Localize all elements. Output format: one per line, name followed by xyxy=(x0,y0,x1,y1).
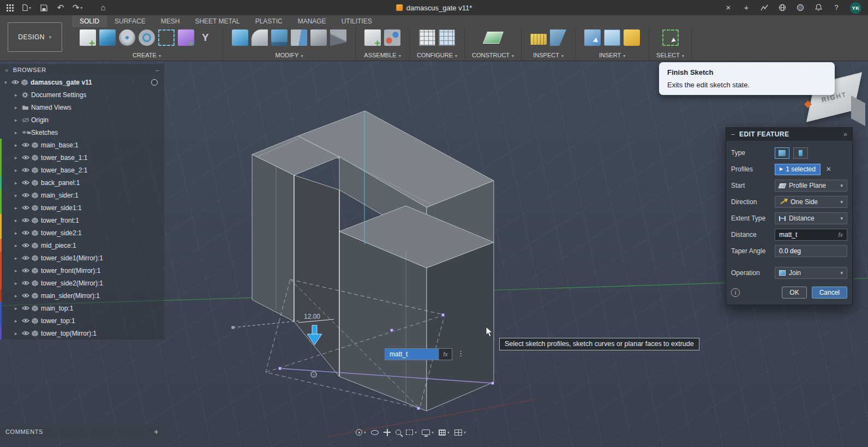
chevron-down-icon[interactable]: ▾ xyxy=(447,430,450,435)
visibility-eye-icon[interactable] xyxy=(22,142,32,147)
activate-component-radio[interactable] xyxy=(151,79,158,86)
expand-arrow-icon[interactable]: ▸ xyxy=(15,92,22,98)
zoom-icon[interactable] xyxy=(396,430,401,435)
expand-arrow-icon[interactable]: ▸ xyxy=(15,218,22,223)
chevron-down-icon[interactable]: ▾ xyxy=(364,430,366,435)
collapse-dialog-icon[interactable]: – xyxy=(731,130,735,138)
visibility-eye-icon[interactable] xyxy=(22,318,32,323)
cancel-button[interactable]: Cancel xyxy=(812,287,847,299)
expand-arrow-icon[interactable]: ▸ xyxy=(15,306,22,311)
window-select-icon[interactable] xyxy=(662,29,679,46)
press-pull-icon[interactable] xyxy=(232,29,248,46)
notification-bell-icon[interactable] xyxy=(814,3,823,12)
file-menu-icon[interactable]: ▾ xyxy=(22,3,31,12)
offset-face-icon[interactable] xyxy=(310,29,327,46)
zoom-tool[interactable] xyxy=(396,430,401,435)
redo-icon[interactable]: ↷▾ xyxy=(73,3,82,12)
comments-bar[interactable]: COMMENTS + xyxy=(0,425,164,439)
display-settings-tool[interactable]: ▾ xyxy=(422,430,434,435)
expand-arrow-icon[interactable]: ▸ xyxy=(15,168,22,173)
split-body-icon[interactable] xyxy=(330,29,346,46)
ok-button[interactable]: OK xyxy=(782,287,806,299)
ribbon-tab-manage[interactable]: MANAGE xyxy=(290,15,334,27)
expand-arrow-icon[interactable]: ▸ xyxy=(15,105,22,110)
add-tab-icon[interactable]: + xyxy=(742,3,751,12)
profiles-selection-box[interactable]: ▶ 1 selected xyxy=(775,164,821,175)
browser-component-main-sider-mirror-1[interactable]: ▸main_sider(Mirror):1 xyxy=(0,289,164,302)
browser-component-mid-piece-1[interactable]: ▸mid_piece:1 xyxy=(0,239,164,252)
dock-dialog-icon[interactable]: » xyxy=(843,130,847,138)
ribbon-tab-mesh[interactable]: MESH xyxy=(153,15,188,27)
look-at-tool[interactable] xyxy=(371,430,379,435)
workspace-selector[interactable]: DESIGN▾ xyxy=(8,22,62,52)
info-icon[interactable]: i xyxy=(731,288,740,297)
save-icon[interactable] xyxy=(39,3,48,12)
browser-component-tower-base-1-1[interactable]: ▸tower_base_1:1 xyxy=(0,151,164,164)
ribbon-group-label-construct[interactable]: CONSTRUCT▾ xyxy=(472,52,514,61)
edit-feature-header[interactable]: – EDIT FEATURE » xyxy=(726,128,852,141)
browser-component-main-base-1[interactable]: ▸main_base:1 xyxy=(0,139,164,151)
browser-component-main-sider-1[interactable]: ▸main_sider:1 xyxy=(0,189,164,201)
ribbon-group-label-configure[interactable]: CONFIGURE▾ xyxy=(417,52,457,61)
help-icon[interactable]: ? xyxy=(832,3,841,12)
chevron-down-icon[interactable]: ▾ xyxy=(415,430,417,435)
home-icon[interactable]: ⌂ xyxy=(99,3,107,12)
expand-arrow-icon[interactable]: ▸ xyxy=(15,130,22,135)
ribbon-group-label-select[interactable]: SELECT▾ xyxy=(656,52,684,61)
expand-arrow-icon[interactable]: ▸ xyxy=(15,255,22,261)
expand-arrow-icon[interactable]: ▸ xyxy=(15,180,22,186)
extent-type-dropdown[interactable]: Distance ▾ xyxy=(775,212,847,224)
construction-plane-icon[interactable] xyxy=(483,32,504,44)
pan-tool[interactable] xyxy=(384,429,391,436)
look-at-icon[interactable] xyxy=(371,430,379,435)
fit-icon[interactable] xyxy=(406,430,413,435)
joint-icon[interactable] xyxy=(384,29,400,46)
expand-arrow-icon[interactable]: ▸ xyxy=(15,331,22,336)
browser-component-tower-side1-1[interactable]: ▸tower_side1:1 xyxy=(0,201,164,214)
dock-panel-icon[interactable]: « xyxy=(5,67,9,73)
chevron-down-icon[interactable]: ▾ xyxy=(464,430,466,435)
insert-derive-icon[interactable] xyxy=(584,29,601,46)
visibility-eye-icon[interactable] xyxy=(22,255,32,260)
pan-icon[interactable] xyxy=(384,429,391,436)
input-options-menu-icon[interactable]: ⋮ xyxy=(457,349,464,357)
expand-arrow-icon[interactable]: ▸ xyxy=(15,230,22,236)
orbit-tool[interactable]: ▾ xyxy=(356,429,366,436)
ribbon-group-label-insert[interactable]: INSERT▾ xyxy=(599,52,625,61)
ribbon-group-label-modify[interactable]: MODIFY▾ xyxy=(276,52,303,61)
visibility-eye-icon[interactable] xyxy=(22,180,32,185)
expand-arrow-icon[interactable]: ▸ xyxy=(15,318,22,324)
chevron-down-icon[interactable]: ▾ xyxy=(432,430,434,435)
start-dropdown[interactable]: Profile Plane ▾ xyxy=(775,180,847,192)
visibility-eye-icon[interactable] xyxy=(22,218,32,223)
ribbon-group-label-create[interactable]: CREATE▾ xyxy=(133,52,161,61)
visibility-eye-icon[interactable] xyxy=(22,331,32,336)
clear-selection-icon[interactable]: ✕ xyxy=(826,165,831,173)
browser-folder-document-settings[interactable]: ▸Document Settings xyxy=(0,88,164,101)
new-component-icon[interactable] xyxy=(364,29,381,46)
extrude-type-one-side-icon[interactable] xyxy=(775,147,789,159)
expand-arrow-icon[interactable]: ▸ xyxy=(15,193,22,198)
distance-input[interactable]: matt_t fx xyxy=(385,348,452,360)
insert-mcmaster-icon[interactable] xyxy=(624,29,640,46)
visibility-eye-icon[interactable] xyxy=(22,268,32,273)
user-avatar[interactable]: YK xyxy=(850,2,861,14)
undo-icon[interactable]: ↶ xyxy=(56,3,65,12)
presence-icon[interactable] xyxy=(796,3,805,12)
fit-tool[interactable]: ▾ xyxy=(406,430,417,435)
collapse-arrow-icon[interactable]: ▾ xyxy=(4,80,11,85)
add-comment-icon[interactable]: + xyxy=(154,427,159,436)
3d-model[interactable] xyxy=(252,111,494,411)
close-icon[interactable]: × xyxy=(724,3,733,12)
viewports-icon[interactable] xyxy=(454,430,462,436)
browser-component-tower-side2-1[interactable]: ▸tower_side2:1 xyxy=(0,227,164,239)
visibility-eye-icon[interactable] xyxy=(22,281,32,285)
visibility-eye-icon[interactable] xyxy=(22,205,32,210)
decal-icon[interactable] xyxy=(604,29,620,46)
view-cube-side-face[interactable] xyxy=(851,96,865,126)
viewports-tool[interactable]: ▾ xyxy=(454,430,466,436)
ribbon-group-label-inspect[interactable]: INSPECT▾ xyxy=(533,52,564,61)
create-form-icon[interactable] xyxy=(178,29,194,46)
ribbon-tab-solid[interactable]: SOLID xyxy=(72,15,107,27)
expand-arrow-icon[interactable]: ▸ xyxy=(15,243,22,248)
